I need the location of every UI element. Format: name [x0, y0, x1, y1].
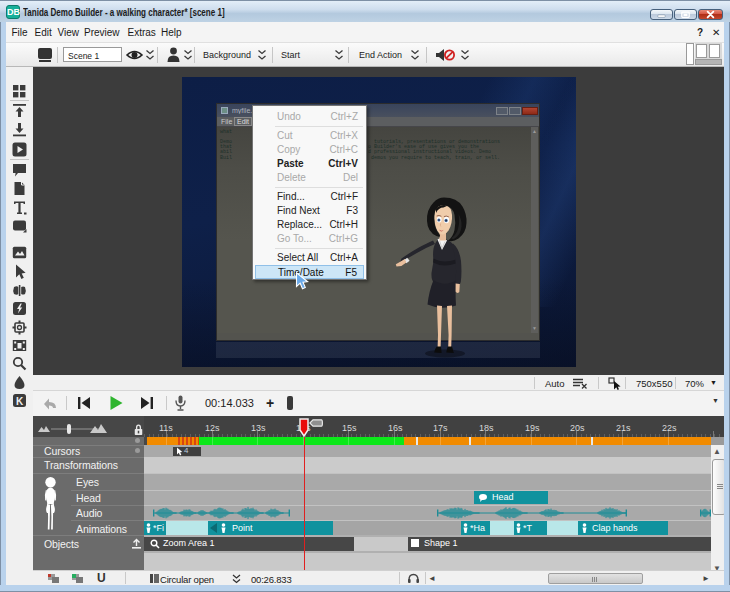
- svg-text:K: K: [16, 396, 24, 407]
